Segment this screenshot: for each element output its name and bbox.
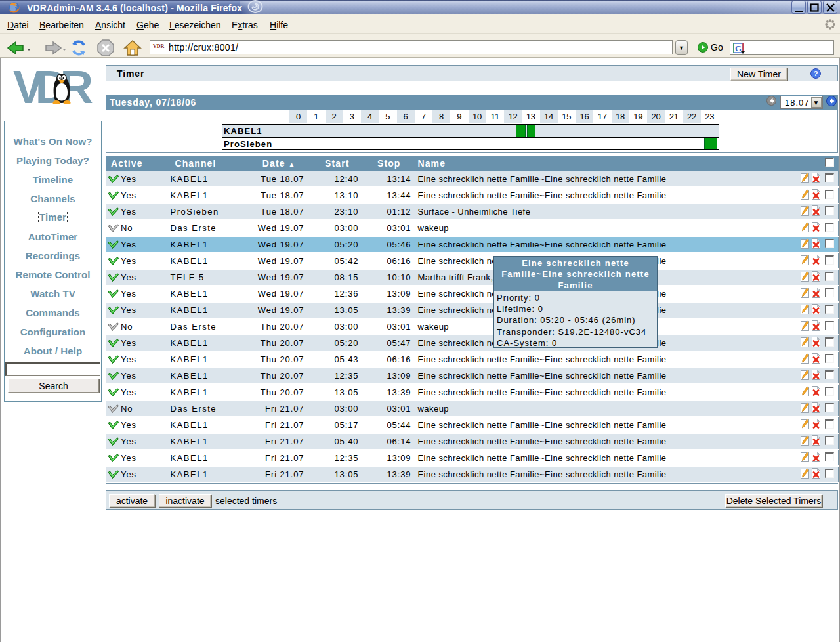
svg-text:G: G — [735, 43, 742, 53]
svg-text:?: ? — [814, 70, 818, 77]
svg-text:VDR: VDR — [13, 68, 93, 106]
